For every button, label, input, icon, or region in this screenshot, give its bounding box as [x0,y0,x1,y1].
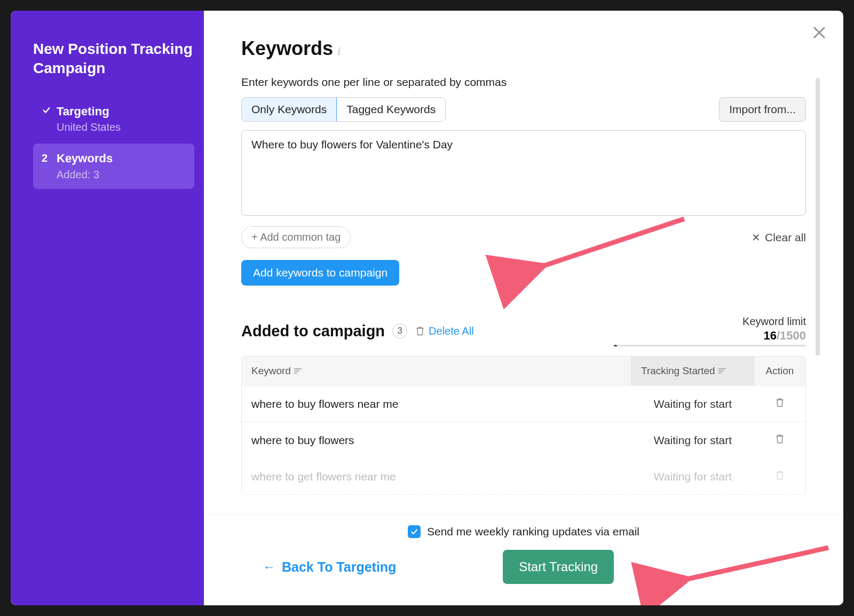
tab-tagged-keywords[interactable]: Tagged Keywords [336,98,445,121]
td-action [754,459,805,494]
sort-icon [294,368,302,374]
weekly-email-checkbox[interactable] [408,525,421,538]
tag-row: + Add common tag ✕ Clear all [241,226,806,248]
table-row: where to buy flowers near me Waiting for… [242,385,805,422]
step-label: Targeting [57,104,186,119]
td-status: Waiting for start [631,460,754,494]
weekly-email-row: Send me weekly ranking updates via email [241,525,806,538]
add-common-tag-button[interactable]: + Add common tag [241,226,351,248]
page-title-text: Keywords [241,37,333,60]
sidebar-title: New Position Tracking Campaign [33,40,194,78]
delete-row-button[interactable] [774,397,785,408]
position-tracking-modal: New Position Tracking Campaign Targeting… [11,11,843,605]
keyword-limit-max: /1500 [777,329,806,342]
delete-all-button[interactable]: Delete All [415,325,474,337]
td-action [754,386,805,422]
td-status: Waiting for start [631,423,754,457]
start-tracking-button[interactable]: Start Tracking [503,550,614,584]
instruction-text: Enter keywords one per line or separated… [241,76,806,89]
step-number: 2 [42,151,57,181]
keywords-textarea[interactable] [241,130,806,216]
check-icon [410,527,418,536]
added-count-badge: 3 [392,323,407,338]
modal-main: Keywords i Enter keywords one per line o… [204,11,843,605]
added-title: Added to campaign [241,322,385,340]
th-keyword[interactable]: Keyword [242,357,631,385]
add-keywords-button[interactable]: Add keywords to campaign [241,260,399,286]
td-keyword: where to buy flowers [242,423,631,457]
import-button[interactable]: Import from... [719,97,806,122]
arrow-left-icon: ← [263,559,275,574]
table-header: Keyword Tracking Started Action [242,357,805,385]
td-action [754,422,805,458]
td-keyword: where to get flowers near me [242,460,631,494]
tab-only-keywords[interactable]: Only Keywords [241,97,337,122]
delete-all-label: Delete All [429,325,474,337]
keyword-limit-used: 16 [763,329,776,342]
info-icon[interactable]: i [337,44,341,58]
scrollbar[interactable] [816,78,820,356]
keyword-limit-label: Keyword limit [614,315,806,328]
trash-icon [415,325,425,337]
keyword-limit-bar [614,345,806,346]
step-sub: Added: 3 [57,168,186,181]
keyword-toolbar: Only Keywords Tagged Keywords Import fro… [241,97,806,122]
sidebar-step-keywords[interactable]: 2 Keywords Added: 3 [33,144,194,189]
td-keyword: where to buy flowers near me [242,387,631,421]
keyword-limit: Keyword limit 16/1500 [614,315,806,346]
modal-footer: Send me weekly ranking updates via email… [204,516,843,605]
clear-all-button[interactable]: ✕ Clear all [752,231,806,244]
content-area: Keywords i Enter keywords one per line o… [204,11,843,516]
delete-row-button[interactable] [774,469,785,481]
back-button[interactable]: ← Back To Targeting [241,559,396,575]
footer-buttons: ← Back To Targeting Start Tracking [241,550,806,584]
sort-icon [718,368,726,374]
table-row: where to get flowers near me Waiting for… [242,458,805,494]
table-row: where to buy flowers Waiting for start [242,422,805,458]
campaign-sidebar: New Position Tracking Campaign Targeting… [11,11,204,605]
keywords-table: Keyword Tracking Started Action where to… [241,356,806,495]
step-label: Keywords [57,151,186,166]
clear-all-label: Clear all [765,231,806,244]
delete-row-button[interactable] [774,433,785,445]
page-title: Keywords i [241,37,806,60]
th-action: Action [754,357,805,385]
weekly-email-label: Send me weekly ranking updates via email [427,525,639,538]
added-section-header: Added to campaign 3 Delete All Keyword l… [241,315,806,346]
step-sub: United States [57,121,186,134]
back-button-label: Back To Targeting [282,559,396,575]
x-icon: ✕ [752,231,761,244]
check-icon [42,104,57,135]
keyword-mode-segment: Only Keywords Tagged Keywords [241,97,446,122]
th-tracking-started[interactable]: Tracking Started [631,357,754,385]
td-status: Waiting for start [631,387,754,421]
sidebar-step-targeting[interactable]: Targeting United States [33,97,194,142]
